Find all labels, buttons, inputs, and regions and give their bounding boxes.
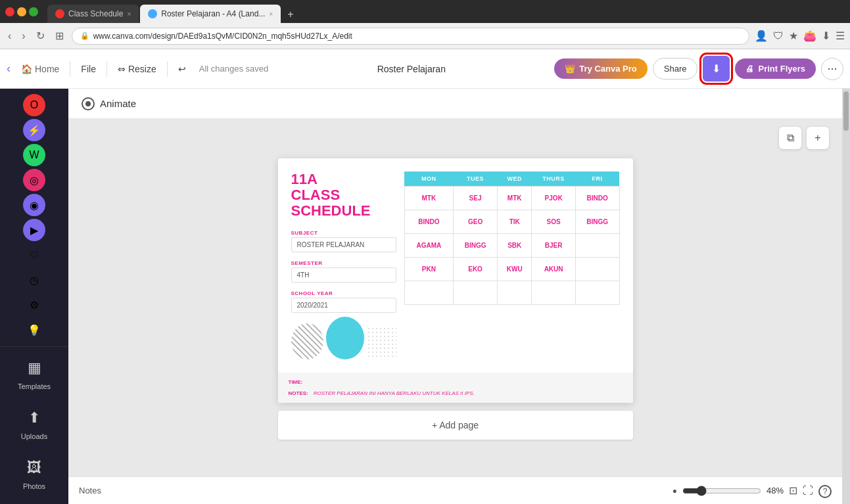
table-cell[interactable]: GEO xyxy=(454,210,498,234)
table-cell[interactable]: EKO xyxy=(454,258,498,281)
table-cell[interactable]: PKN xyxy=(404,258,454,281)
tab-close-1[interactable]: × xyxy=(127,11,131,18)
instagram-icon[interactable]: ◎ xyxy=(23,169,45,191)
toolbar-back-button[interactable]: ‹ xyxy=(7,62,11,76)
file-button[interactable]: File xyxy=(74,60,103,78)
browser-star-icon[interactable]: ★ xyxy=(789,30,798,42)
table-cell[interactable]: MTK xyxy=(497,187,532,210)
notes-bar-label[interactable]: Notes xyxy=(79,486,101,495)
table-cell[interactable] xyxy=(454,281,498,305)
table-cell[interactable] xyxy=(404,281,454,305)
table-cell[interactable]: BINDO xyxy=(404,210,454,234)
nav-forward-button[interactable]: › xyxy=(19,28,28,45)
sidebar-item-elements[interactable]: ✦ Elements xyxy=(5,499,64,504)
school-year-value: 2020/2021 xyxy=(291,298,396,313)
sidebar-item-photos[interactable]: 🖼 Photos xyxy=(5,449,64,497)
duplicate-page-button[interactable]: ⧉ xyxy=(779,127,801,149)
try-pro-button[interactable]: 👑 Try Canva Pro xyxy=(554,58,647,79)
table-cell[interactable]: AKUN xyxy=(532,258,575,281)
decorative-shapes xyxy=(291,323,396,359)
browser-download-icon[interactable]: ⬇ xyxy=(822,30,830,42)
right-scrollbar[interactable] xyxy=(842,89,850,504)
sidebar-item-uploads[interactable]: ⬆ Uploads xyxy=(5,400,64,447)
table-cell[interactable]: AGAMA xyxy=(404,234,454,258)
crown-icon: 👑 xyxy=(565,64,575,74)
table-cell[interactable] xyxy=(497,281,532,305)
undo-icon: ↩ xyxy=(178,64,186,74)
nav-refresh-button[interactable]: ↻ xyxy=(34,27,47,45)
lightbulb-icon[interactable]: 💡 xyxy=(23,319,45,341)
table-cell[interactable]: MTK xyxy=(404,187,454,210)
table-cell[interactable]: BINDO xyxy=(575,187,619,210)
opera-icon[interactable]: O xyxy=(23,94,45,116)
clock-icon[interactable]: ◷ xyxy=(23,269,45,291)
table-cell[interactable] xyxy=(575,234,619,258)
add-section-button[interactable]: + xyxy=(807,127,829,149)
sidebar-item-templates[interactable]: ▦ Templates xyxy=(5,350,64,397)
undo-button[interactable]: ↩ xyxy=(172,60,193,78)
schedule-bottom-area: TIME: NOTES: ROSTER PELAJARAN INI HANYA … xyxy=(278,373,633,403)
table-cell[interactable]: BJER xyxy=(532,234,575,258)
animate-label[interactable]: Animate xyxy=(100,98,136,109)
share-label: Share xyxy=(664,64,687,74)
window-max-btn[interactable] xyxy=(29,7,38,16)
auto-saved-text: All changes saved xyxy=(199,64,269,74)
new-tab-button[interactable]: + xyxy=(282,6,298,23)
tab-favicon-red xyxy=(55,9,64,18)
address-bar[interactable]: 🔒 www.canva.com/design/DAEd9a1sQvM/CID0N… xyxy=(72,28,749,45)
shapes-icon[interactable]: ◉ xyxy=(23,194,45,216)
col-thurs: THURS xyxy=(532,172,575,187)
nav-back-button[interactable]: ‹ xyxy=(5,28,14,45)
browser-shield-icon[interactable]: 🛡 xyxy=(773,30,784,42)
heart-icon[interactable]: ♡ xyxy=(23,244,45,266)
download-button[interactable]: ⬇ xyxy=(703,56,730,81)
table-cell[interactable]: SOS xyxy=(532,210,575,234)
add-page-button[interactable]: + Add page xyxy=(278,411,633,440)
table-cell[interactable]: SBK xyxy=(497,234,532,258)
tab-close-2[interactable]: × xyxy=(269,11,273,18)
browser-menu-icon[interactable]: ☰ xyxy=(836,30,845,42)
browser-tab-roster[interactable]: Roster Pelajaran - A4 (Land... × xyxy=(140,5,281,23)
fullscreen-button[interactable]: ⛶ xyxy=(803,485,813,497)
settings-icon[interactable]: ⚙ xyxy=(23,294,45,316)
share-button[interactable]: Share xyxy=(653,58,698,80)
semester-value: 4TH xyxy=(291,267,396,283)
nav-home-button[interactable]: ⊞ xyxy=(53,27,66,45)
window-min-btn[interactable] xyxy=(17,7,26,16)
table-cell[interactable]: BINGG xyxy=(575,210,619,234)
browser-tab-class-schedule[interactable]: Class Schedule × xyxy=(47,5,139,23)
resize-button[interactable]: ⇔ Resize xyxy=(111,60,163,78)
home-button[interactable]: 🏠 Home xyxy=(14,60,66,78)
help-button[interactable]: ? xyxy=(818,484,832,498)
fit-page-button[interactable]: ⊡ xyxy=(789,484,797,497)
subject-value: ROSTER PELAJARAN xyxy=(291,237,396,252)
design-title[interactable]: Roster Pelajaran xyxy=(377,64,446,74)
table-cell[interactable] xyxy=(575,258,619,281)
window-close-btn[interactable] xyxy=(5,7,14,16)
uploads-icon: ⬆ xyxy=(22,406,46,430)
table-cell[interactable]: PJOK xyxy=(532,187,575,210)
more-options-button[interactable]: ··· xyxy=(821,58,843,80)
table-cell[interactable] xyxy=(532,281,575,305)
zoom-slider[interactable] xyxy=(682,486,761,496)
table-cell[interactable]: SEJ xyxy=(454,187,498,210)
table-cell[interactable] xyxy=(575,281,619,305)
zoom-percent: 48% xyxy=(767,486,784,495)
browser-wallet-icon[interactable]: 👛 xyxy=(803,30,816,42)
canvas-actions: ⧉ + xyxy=(779,127,829,149)
notes-label: NOTES: xyxy=(289,390,308,396)
photos-label: Photos xyxy=(23,482,45,490)
table-row: MTKSEJMTKPJOKBINDO xyxy=(404,187,619,210)
table-cell[interactable]: KWU xyxy=(497,258,532,281)
notification-icon[interactable]: ⚡ xyxy=(23,119,45,141)
toolbar-divider-1 xyxy=(70,61,70,77)
toolbar-right: 👑 Try Canva Pro Share ⬇ 🖨 Print Flyers ·… xyxy=(554,56,843,81)
table-cell[interactable]: BINGG xyxy=(454,234,498,258)
table-cell[interactable]: TIK xyxy=(497,210,532,234)
whatsapp-icon[interactable]: W xyxy=(23,144,45,166)
arrow-icon[interactable]: ▶ xyxy=(23,219,45,241)
canvas-section: Animate ⧉ + xyxy=(68,89,842,504)
print-flyers-button[interactable]: 🖨 Print Flyers xyxy=(735,58,816,79)
design-page[interactable]: 11A CLASSSCHEDULE SUBJECT ROSTER PELAJAR… xyxy=(278,158,633,447)
browser-account-icon[interactable]: 👤 xyxy=(755,30,768,42)
